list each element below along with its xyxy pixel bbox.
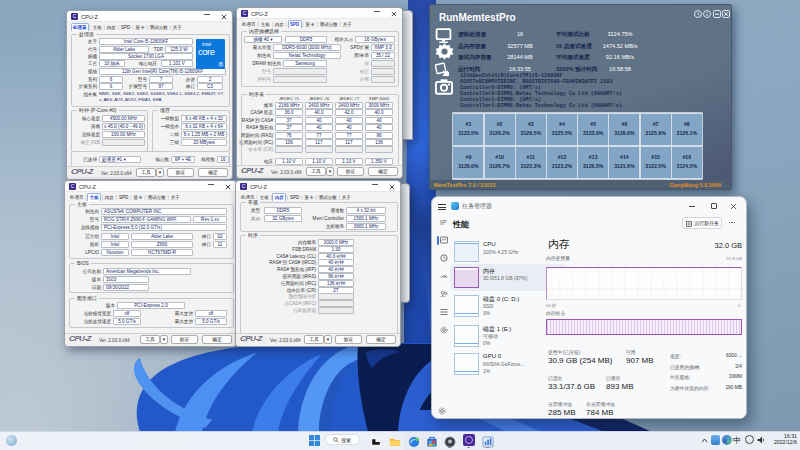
svg-text:IP: IP bbox=[440, 219, 447, 226]
